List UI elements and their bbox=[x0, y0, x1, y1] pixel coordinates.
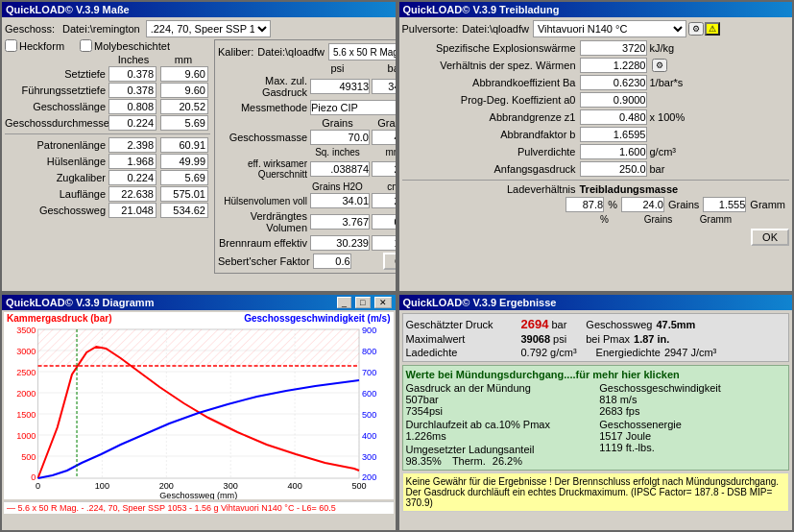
molybeschichtet-checkbox[interactable] bbox=[80, 39, 92, 52]
waermen-row: Verhältnis der spez. Wärmen ⚙ bbox=[402, 58, 790, 73]
verdraengtes-val1-input[interactable] bbox=[310, 214, 370, 230]
bei-pmax-value: 1.87 in. bbox=[634, 333, 669, 345]
abbrandgrenze-unit: x 100% bbox=[650, 111, 686, 123]
eff-sq-input[interactable] bbox=[310, 161, 370, 177]
max-gasdruck-bar-input[interactable] bbox=[372, 79, 397, 94]
patronenlaenge-label: Patronenlänge bbox=[5, 139, 108, 151]
geschossmasse-gramm-input[interactable] bbox=[372, 130, 397, 145]
diagramm-svg: 3500 3000 2500 2000 1500 1000 500 0 900 … bbox=[4, 312, 394, 499]
treibladungsmasse-label: Treibladungsmasse bbox=[580, 183, 679, 195]
abbrandfaktor-label: Abbrandfaktor b bbox=[402, 129, 580, 140]
pulverdichte-label: Pulverdichte bbox=[402, 146, 580, 157]
zugkaliber-mm-input[interactable] bbox=[160, 170, 208, 185]
svg-text:700: 700 bbox=[362, 368, 376, 377]
diagramm-maximize-button[interactable]: □ bbox=[355, 297, 370, 308]
waermen-input[interactable] bbox=[580, 58, 647, 73]
ladeverhaeltnis-label: Ladeverhältnis bbox=[402, 183, 580, 195]
verdraengtes-val2-input[interactable] bbox=[372, 214, 397, 230]
mundung-section[interactable]: Werte bei Mündungsdurchgang....für mehr … bbox=[402, 365, 790, 471]
chart-title-left: Kammergasdruck (bar) bbox=[7, 313, 112, 324]
abbrandfaktor-row: Abbrandfaktor b bbox=[402, 127, 790, 142]
geschossweg-erg-value: 47.5mm bbox=[656, 319, 695, 330]
huelsenvolumen-cm3-input[interactable] bbox=[372, 193, 397, 208]
geschossgeschw-label: Geschossgeschwindigkeit bbox=[599, 382, 785, 394]
geschossdurchmesser-inches-input[interactable] bbox=[108, 115, 156, 131]
heckform-checkbox[interactable] bbox=[5, 39, 17, 52]
heckform-label: Heckform bbox=[19, 40, 64, 52]
abbrandgrenze-input[interactable] bbox=[580, 109, 647, 125]
fuehrungssetztiefe-inches-input[interactable] bbox=[108, 83, 156, 98]
svg-text:900: 900 bbox=[362, 326, 376, 335]
diagramm-legend: — 5.6 x 50 R Mag. - .224, 70, Speer SSP … bbox=[4, 501, 394, 514]
anfangsgasdruck-input[interactable] bbox=[580, 161, 647, 177]
treibladung-panel-title: QuickLOAD© V.3.9 Treibladung bbox=[399, 2, 793, 17]
pulversorte-settings-button[interactable]: ⚙ bbox=[688, 22, 704, 36]
svg-text:100: 100 bbox=[95, 481, 109, 491]
geschoss-select[interactable]: .224, 70, Speer SSP 1053 bbox=[146, 20, 271, 37]
lauflaenge-inches-input[interactable] bbox=[108, 186, 156, 202]
mass-ok-button[interactable]: OK bbox=[383, 253, 397, 270]
geschossweg-mm-input[interactable] bbox=[160, 203, 208, 218]
progdeg-input[interactable] bbox=[580, 92, 647, 108]
svg-text:400: 400 bbox=[288, 481, 302, 491]
kaliber-select[interactable]: 5.6 x 50 R Mag. bbox=[328, 43, 397, 60]
geschosslaenge-inches-input[interactable] bbox=[108, 99, 156, 114]
messmethode-input[interactable] bbox=[310, 100, 397, 115]
waermen-calc-button[interactable]: ⚙ bbox=[652, 59, 667, 72]
therm-value: 26.2% bbox=[493, 455, 522, 467]
col-mm-header: mm bbox=[158, 54, 208, 65]
lv-val1-input[interactable] bbox=[565, 197, 604, 212]
pulversorte-file: Datei:\qloadfw bbox=[462, 23, 529, 35]
diagramm-minimize-button[interactable]: _ bbox=[337, 297, 351, 308]
treibladung-ok-button[interactable]: OK bbox=[751, 229, 789, 246]
patronenlaenge-row: Patronenlänge bbox=[5, 137, 210, 153]
geschosslaenge-mm-input[interactable] bbox=[160, 99, 208, 114]
eff-mm2-input[interactable] bbox=[372, 161, 397, 177]
explosionswaerme-input[interactable] bbox=[580, 40, 647, 56]
abbrandkoeff-input[interactable] bbox=[580, 75, 647, 90]
lauflaenge-mm-input[interactable] bbox=[160, 186, 208, 202]
pulverdichte-row: Pulverdichte g/cm³ bbox=[402, 144, 790, 159]
geschossweg-inches-input[interactable] bbox=[108, 203, 156, 218]
diagramm-title-text: QuickLOAD© V.3.9 Diagramm bbox=[6, 297, 154, 308]
pulverdichte-unit: g/cm³ bbox=[650, 146, 677, 157]
abbrandfaktor-input[interactable] bbox=[580, 127, 647, 142]
pulverdichte-input[interactable] bbox=[580, 144, 647, 159]
huelsenlaenge-inches-input[interactable] bbox=[108, 154, 156, 169]
ergebnis-top-section: Geschätzter Druck 2694 bar Geschossweg 4… bbox=[402, 313, 790, 362]
kaliber-file: Datei:\qloadfw bbox=[257, 46, 325, 58]
max-gasdruck-psi-input[interactable] bbox=[310, 79, 370, 94]
ergebnis-note-text: Keine Gewähr für die Ergebnisse ! Der Br… bbox=[406, 476, 780, 508]
patronenlaenge-mm-input[interactable] bbox=[160, 137, 208, 153]
brennraum-val1-input[interactable] bbox=[310, 235, 370, 251]
zugkaliber-inches-input[interactable] bbox=[108, 170, 156, 185]
verdraengtes-label: Verdrängtes Volumen bbox=[218, 210, 310, 233]
pulversorte-select[interactable]: Vihtavuori N140 °C bbox=[533, 20, 686, 37]
geschossdurchmesser-mm-input[interactable] bbox=[160, 115, 208, 131]
huelsenvolumen-grains-input[interactable] bbox=[310, 193, 370, 208]
svg-text:3500: 3500 bbox=[16, 326, 36, 335]
gasdruck-label: Gasdruck an der Mündung bbox=[406, 382, 592, 394]
lauflaenge-label: Lauflänge bbox=[5, 188, 108, 200]
sebert-input[interactable] bbox=[313, 254, 351, 269]
setztiefe-inches-input[interactable] bbox=[108, 66, 156, 82]
lv-val3-input[interactable] bbox=[703, 197, 746, 212]
diagramm-close-button[interactable]: ✕ bbox=[374, 297, 392, 308]
brennraum-val2-input[interactable] bbox=[372, 235, 397, 251]
fuehrungssetztiefe-mm-input[interactable] bbox=[160, 83, 208, 98]
patronenlaenge-inches-input[interactable] bbox=[108, 137, 156, 153]
lauflaenge-row: Lauflänge bbox=[5, 186, 210, 202]
eff-label: eff. wirksamer Querschnitt bbox=[218, 158, 310, 180]
lv-val2-input[interactable] bbox=[621, 197, 664, 212]
ergebnis-note: Keine Gewähr für die Ergebnisse ! Der Br… bbox=[402, 472, 790, 512]
huelsenlaenge-mm-input[interactable] bbox=[160, 154, 208, 169]
svg-text:Geschossweg (mm): Geschossweg (mm) bbox=[159, 491, 237, 499]
geschossdurchmesser-label: Geschossdurchmesser bbox=[5, 117, 108, 129]
pulversorte-warning-button[interactable]: ⚠ bbox=[705, 22, 720, 36]
svg-text:0: 0 bbox=[36, 481, 40, 491]
bei-pmax-label: bei Pmax bbox=[586, 333, 630, 345]
ladedichte-label: Ladedichte bbox=[406, 347, 521, 358]
setztiefe-mm-input[interactable] bbox=[160, 66, 208, 82]
geschossmasse-grains-input[interactable] bbox=[310, 130, 370, 145]
explosionswaerme-label: Spezifische Explosionswärme bbox=[402, 42, 580, 54]
